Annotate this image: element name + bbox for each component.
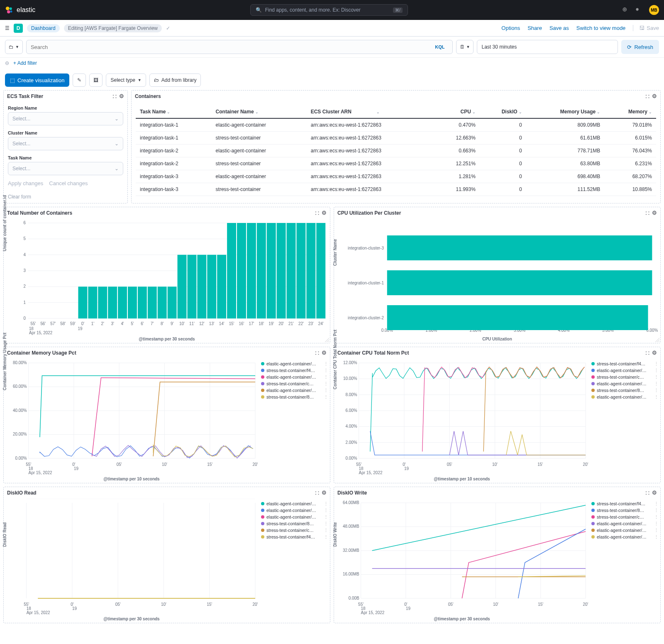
legend-item[interactable]: elastic-agent-container/…⋮ — [591, 521, 659, 526]
col-mem-usage[interactable]: Memory Usage⌄ — [526, 105, 605, 118]
add-text-button[interactable]: ✎ — [73, 73, 86, 87]
legend-item[interactable]: stress-test-container/f4…⋮ — [591, 361, 659, 366]
legend-item[interactable]: stress-test-container/c…⋮ — [591, 514, 659, 519]
panel-add-icon[interactable]: ⸬ — [646, 210, 649, 216]
svg-text:5: 5 — [24, 236, 26, 241]
integrations-icon[interactable]: ⎈ — [636, 6, 643, 14]
legend-item[interactable]: elastic-agent-container/…⋮ — [591, 368, 659, 373]
save-as-link[interactable]: Save as — [549, 25, 569, 31]
saved-query-button[interactable]: 🗀▼ — [5, 40, 23, 54]
legend-item[interactable]: elastic-agent-container/…⋮ — [591, 394, 659, 399]
legend-item[interactable]: stress-test-container/f4…⋮ — [261, 368, 328, 373]
panel-add-icon[interactable]: ⸬ — [113, 93, 117, 100]
select-type-button[interactable]: Select type▼ — [106, 73, 146, 87]
chart-diskio-write[interactable]: DiskIO Write 0.00B16.00MB32.00MB48.00MB6… — [334, 499, 590, 615]
svg-text:0': 0' — [81, 321, 84, 326]
legend-item[interactable]: stress-test-container/f4…⋮ — [591, 501, 659, 506]
breadcrumb-editing[interactable]: Editing [AWS Fargate] Fargate Overview — [64, 24, 162, 32]
panel-add-icon[interactable]: ⸬ — [315, 490, 319, 496]
table-row[interactable]: integration-task-2elastic-agent-containe… — [136, 144, 656, 157]
chart-memory-pct[interactable]: Container Memory Usage Pct 0.00%20.00%40… — [4, 359, 259, 475]
legend-item[interactable]: stress-test-container/8…⋮ — [261, 394, 328, 399]
svg-text:05': 05' — [117, 462, 122, 467]
resize-handle-icon[interactable] — [325, 338, 329, 342]
table-row[interactable]: integration-task-3elastic-agent-containe… — [136, 170, 656, 183]
legend-item[interactable]: elastic-agent-container/…⋮ — [261, 361, 328, 366]
brand-logo[interactable]: elastic — [5, 6, 35, 14]
filter-settings-icon[interactable]: ⊖ — [5, 60, 9, 66]
panel-add-icon[interactable]: ⸬ — [646, 350, 649, 356]
share-link[interactable]: Share — [527, 25, 542, 31]
clear-form-button[interactable]: Clear form — [8, 194, 123, 200]
create-visualization-button[interactable]: ⬚Create visualization — [5, 73, 69, 87]
kql-badge[interactable]: KQL — [432, 44, 448, 49]
table-row[interactable]: integration-task-1elastic-agent-containe… — [136, 118, 656, 132]
cluster-select[interactable]: Select...⌄ — [8, 137, 123, 150]
gear-icon[interactable]: ⚙ — [322, 490, 327, 496]
switch-view-link[interactable]: Switch to view mode — [576, 25, 626, 31]
refresh-button[interactable]: ⟳Refresh — [621, 40, 659, 54]
add-image-button[interactable]: 🖼 — [89, 73, 103, 87]
gear-icon[interactable]: ⚙ — [652, 490, 657, 496]
breadcrumb-dashboard[interactable]: Dashboard — [27, 24, 60, 32]
legend-item[interactable]: stress-test-container/8…⋮ — [261, 521, 328, 526]
table-row[interactable]: integration-task-2stress-test-containera… — [136, 157, 656, 170]
date-range-picker[interactable]: Last 30 minutes — [477, 40, 618, 54]
legend-item[interactable]: elastic-agent-container/…⋮ — [261, 388, 328, 393]
panel-add-icon[interactable]: ⸬ — [315, 210, 319, 216]
task-label: Task Name — [8, 155, 123, 160]
svg-text:7': 7' — [151, 321, 154, 326]
add-from-library-button[interactable]: 🗁Add from library — [149, 73, 201, 87]
user-avatar[interactable]: MB — [649, 5, 659, 15]
chart-total-containers[interactable]: Unique count of container.id 012345655'5… — [4, 219, 330, 335]
legend-item[interactable]: stress-test-container/c…⋮ — [261, 528, 328, 533]
gear-icon[interactable]: ⚙ — [652, 93, 657, 100]
col-arn[interactable]: ECS Cluster ARN⌄ — [307, 105, 435, 118]
legend-item[interactable]: stress-test-container/c…⋮ — [591, 375, 659, 380]
legend-item[interactable]: stress-test-container/c…⋮ — [261, 381, 328, 386]
panel-containers-table: Containers⸬⚙ Task Name⌄ Container Name⌄ … — [131, 90, 661, 203]
legend-item[interactable]: elastic-agent-container/…⋮ — [591, 381, 659, 386]
chart-diskio-read[interactable]: DiskIO Read 0.00B55'0'05'10'15'20'1819Ap… — [4, 499, 259, 615]
col-cpu[interactable]: CPU⌄ — [435, 105, 480, 118]
col-diskio[interactable]: DiskIO⌄ — [480, 105, 526, 118]
global-search-input[interactable]: 🔍 Find apps, content, and more. Ex: Disc… — [250, 4, 408, 16]
newsfeed-icon[interactable]: ◎ — [622, 6, 630, 14]
legend-item[interactable]: stress-test-container/8…⋮ — [591, 508, 659, 513]
legend-item[interactable]: elastic-agent-container/…⋮ — [591, 528, 659, 533]
panel-add-icon[interactable]: ⸬ — [646, 93, 649, 100]
date-quick-select-button[interactable]: 🗓▼ — [456, 40, 474, 54]
kql-search-box[interactable]: KQL — [26, 40, 453, 54]
legend-item[interactable]: elastic-agent-container/…⋮ — [591, 534, 659, 539]
col-mem[interactable]: Memory⌄ — [604, 105, 656, 118]
col-task[interactable]: Task Name⌄ — [136, 105, 212, 118]
legend-item[interactable]: elastic-agent-container/…⋮ — [261, 501, 328, 506]
chart-cpu-cluster[interactable]: Cluster Name 0.00%1.00%2.00%3.00%4.00%5.… — [334, 219, 660, 335]
kql-search-input[interactable] — [31, 44, 432, 50]
options-link[interactable]: Options — [501, 25, 520, 31]
panel-add-icon[interactable]: ⸬ — [315, 350, 319, 356]
task-select[interactable]: Select...⌄ — [8, 162, 123, 175]
panel-add-icon[interactable]: ⸬ — [646, 490, 649, 496]
svg-text:6: 6 — [24, 220, 26, 225]
legend-item[interactable]: elastic-agent-container/…⋮ — [261, 375, 328, 380]
legend-item[interactable]: elastic-agent-container/…⋮ — [261, 508, 328, 513]
nav-toggle-icon[interactable]: ☰ — [5, 25, 10, 31]
region-select[interactable]: Select...⌄ — [8, 112, 123, 125]
svg-text:15': 15' — [537, 462, 543, 467]
table-row[interactable]: integration-task-3stress-test-containera… — [136, 183, 656, 196]
resize-handle-icon[interactable] — [655, 338, 659, 342]
gear-icon[interactable]: ⚙ — [322, 350, 327, 356]
table-row[interactable]: integration-task-1stress-test-containera… — [136, 132, 656, 144]
legend-item[interactable]: stress-test-container/8…⋮ — [591, 388, 659, 393]
col-container[interactable]: Container Name⌄ — [212, 105, 307, 118]
chart-cpu-norm[interactable]: Container CPU Total Norm Pct 0.00%2.00%4… — [334, 359, 590, 475]
gear-icon[interactable]: ⚙ — [652, 210, 657, 216]
svg-point-3 — [10, 10, 12, 12]
add-filter-button[interactable]: + Add filter — [13, 60, 37, 66]
gear-icon[interactable]: ⚙ — [119, 93, 124, 100]
legend-item[interactable]: elastic-agent-container/…⋮ — [261, 514, 328, 519]
gear-icon[interactable]: ⚙ — [322, 210, 327, 216]
legend-item[interactable]: stress-test-container/f4…⋮ — [261, 534, 328, 539]
gear-icon[interactable]: ⚙ — [652, 350, 657, 356]
